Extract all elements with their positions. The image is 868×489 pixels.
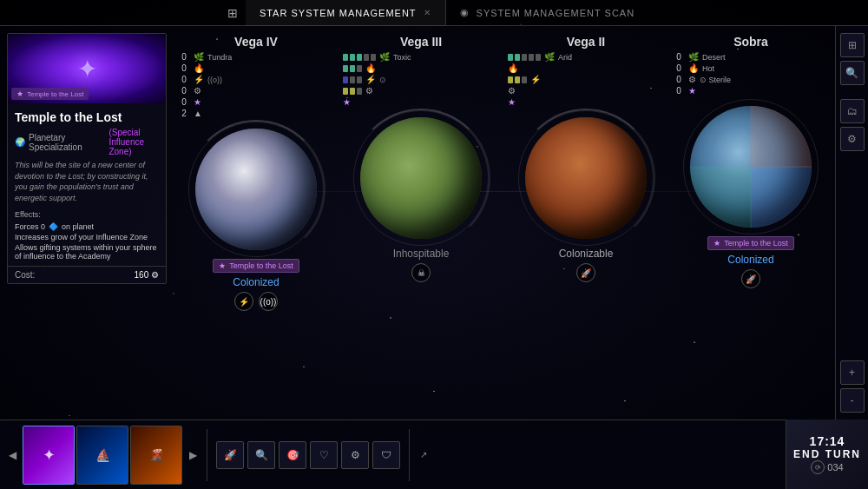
- building-badge-sobra: ★ Temple to the Lost: [707, 236, 794, 250]
- planet-icon: 🌍: [15, 137, 25, 147]
- effect-1: Forces 0 🔷 on planet: [15, 222, 159, 231]
- stat-row: ★: [343, 97, 499, 107]
- action-btn-cog[interactable]: ⚙: [341, 441, 369, 469]
- bottom-actions: 🚀 🔍 🎯 ♡ ⚙ 🛡: [213, 441, 404, 469]
- end-turn-button[interactable]: 17:14 END TURN ⟳ 034: [786, 420, 868, 489]
- planet-header-vega3: Vega III 🌿 Toxic: [343, 35, 499, 110]
- stat-row: 0 ⚙ ⊙ Sterile: [673, 75, 829, 84]
- stat-row: 🔥: [508, 63, 664, 73]
- planet-icons-vega4: ⚡ ((o)): [234, 292, 278, 311]
- stat-row: ⚡ ⊙: [343, 75, 499, 84]
- slot-icon-ship: ⛵: [95, 448, 110, 462]
- stat-row: 0 ⚙: [178, 86, 334, 96]
- stat-row: 🔥: [343, 63, 499, 73]
- planet-action-icon[interactable]: ☠: [411, 263, 431, 282]
- building-icon: ★: [219, 261, 226, 270]
- stat-row: ⚙: [343, 86, 499, 96]
- effect-icon: 🔷: [49, 222, 58, 231]
- slot-img-purple: ✦: [23, 426, 74, 484]
- planet-visual-vega3[interactable]: [360, 117, 482, 239]
- planet-action-icon[interactable]: ⚡: [234, 292, 253, 311]
- right-btn-group2: 🗂 ⚙: [840, 99, 865, 151]
- slot-3[interactable]: 🌋: [130, 426, 182, 485]
- planet-header-vega2: Vega II 🌿 Arid 🔥: [508, 35, 664, 110]
- separator: [207, 429, 207, 481]
- slot-nav-left[interactable]: ◀: [3, 426, 21, 485]
- right-btn-group3: + -: [840, 360, 865, 413]
- planet-header-sobra: Sobra 0 🌿 Desert 0 🔥 Hot 0 ⚙ ⊙ Sterile: [673, 35, 829, 99]
- slot-icon-star: ✦: [43, 446, 56, 465]
- planet-stats-vega4: 0 🌿 Tundra 0 🔥 0 ⚡ ((o)) 0 ⚙: [178, 52, 334, 118]
- stat-row: 0 🔥: [178, 63, 334, 73]
- sobra-sectors-svg: [690, 106, 812, 228]
- card-title: Temple to the Lost: [8, 103, 166, 128]
- planet-name-vega4: Vega IV: [178, 35, 334, 49]
- bottom-expand[interactable]: ↗: [415, 426, 432, 485]
- scan-icon: ◉: [460, 7, 470, 18]
- stat-row: 0 ★: [178, 97, 334, 107]
- planet-visual-sobra[interactable]: [690, 106, 812, 228]
- planet-action-icon[interactable]: ((o)): [259, 292, 278, 311]
- slot-img-orange: 🌋: [131, 426, 181, 484]
- action-btn-scan[interactable]: 🔍: [247, 441, 275, 469]
- slot-2[interactable]: ⛵: [76, 426, 128, 485]
- tab2-label: SYSTEM MANAGEMENT SCAN: [477, 8, 635, 18]
- planet-action-icon[interactable]: 🚀: [741, 269, 760, 288]
- planet-stats-vega2: 🌿 Arid 🔥 ⚡ ⚙ ★: [508, 52, 664, 107]
- planet-icons-sobra: 🚀: [741, 269, 760, 288]
- planet-col-vega4: Vega IV 0 🌿 Tundra 0 🔥 0 ⚡ ((o)) 0: [178, 35, 334, 311]
- tab1-close[interactable]: ✕: [424, 8, 431, 17]
- planet-icons-vega2: 🚀: [576, 263, 595, 282]
- status-sobra: Colonized: [727, 254, 773, 266]
- status-vega2: Colonizable: [559, 248, 614, 260]
- overlay-text: Temple to the Lost: [27, 90, 83, 98]
- slot-icon-planet: 🌋: [149, 448, 164, 462]
- end-turn-time: 17:14: [810, 434, 845, 448]
- tab-star-system-management[interactable]: STAR SYSTEM MANAGEMENT ✕: [246, 0, 446, 26]
- card-subtitle: 🌍 Planetary Specialization (SpecialInflu…: [8, 128, 166, 160]
- building-name: Temple to the Lost: [229, 261, 293, 270]
- planet-col-vega2: Vega II 🌿 Arid 🔥: [508, 35, 664, 282]
- arrow-right-icon: ▶: [189, 449, 197, 461]
- stat-row: ⚙: [508, 86, 664, 96]
- planet-name-vega3: Vega III: [343, 35, 499, 49]
- right-btn-layers[interactable]: 🗂: [840, 99, 865, 123]
- status-vega3: Inhospitable: [393, 248, 450, 260]
- action-btn-shield[interactable]: 🛡: [372, 441, 400, 469]
- slot-1[interactable]: ✦: [23, 426, 75, 485]
- building-badge-vega4: ★ Temple to the Lost: [213, 259, 299, 273]
- action-btn-target[interactable]: 🎯: [279, 441, 306, 469]
- separator2: [409, 429, 410, 481]
- right-btn-settings[interactable]: ⚙: [840, 127, 865, 151]
- end-turn-label: END TURN: [793, 448, 861, 460]
- stat-row: 0 🌿 Desert: [673, 52, 829, 62]
- planet-visual-vega2[interactable]: [525, 117, 647, 239]
- planet-action-icon[interactable]: 🚀: [576, 263, 595, 282]
- effect-3: Allows gifting systems within your spher…: [15, 243, 159, 261]
- tab-system-management-scan[interactable]: ◉ SYSTEM MANAGEMENT SCAN: [446, 0, 649, 26]
- slot-nav-right[interactable]: ▶: [184, 426, 201, 485]
- planet-col-vega3: Vega III 🌿 Toxic: [343, 35, 499, 282]
- slot-img-blue: ⛵: [77, 426, 128, 484]
- building-icon: ★: [713, 239, 720, 248]
- planet-visual-vega4[interactable]: [195, 129, 317, 250]
- effects-label: Effects:: [15, 210, 159, 219]
- building-name: Temple to the Lost: [724, 239, 788, 248]
- effect-2: Increases grow of your Influence Zone: [15, 233, 159, 241]
- right-btn-grid[interactable]: ⊞: [840, 33, 865, 57]
- right-btn-zoom-in[interactable]: +: [840, 360, 865, 385]
- card-description: This will be the site of a new center of…: [8, 160, 166, 210]
- planet-name-vega2: Vega II: [508, 35, 664, 49]
- right-btn-search[interactable]: 🔍: [840, 61, 865, 85]
- action-btn-move[interactable]: 🚀: [216, 441, 244, 469]
- planet-arc: [352, 109, 490, 248]
- tab1-label: STAR SYSTEM MANAGEMENT: [260, 8, 417, 18]
- end-turn-number: 034: [827, 462, 843, 472]
- bottom-bar: ◀ ✦ ⛵ 🌋 ▶ 🚀 🔍 🎯 ♡ ⚙: [0, 420, 868, 489]
- stat-row: 🌿 Arid: [508, 52, 664, 62]
- right-btn-zoom-out[interactable]: -: [840, 388, 865, 413]
- action-btn-heart[interactable]: ♡: [310, 441, 338, 469]
- end-turn-num: ⟳ 034: [811, 460, 843, 474]
- stat-row: ⚡: [508, 75, 664, 84]
- left-panel: ✦ ★ Temple to the Lost Temple to the Los…: [0, 26, 174, 420]
